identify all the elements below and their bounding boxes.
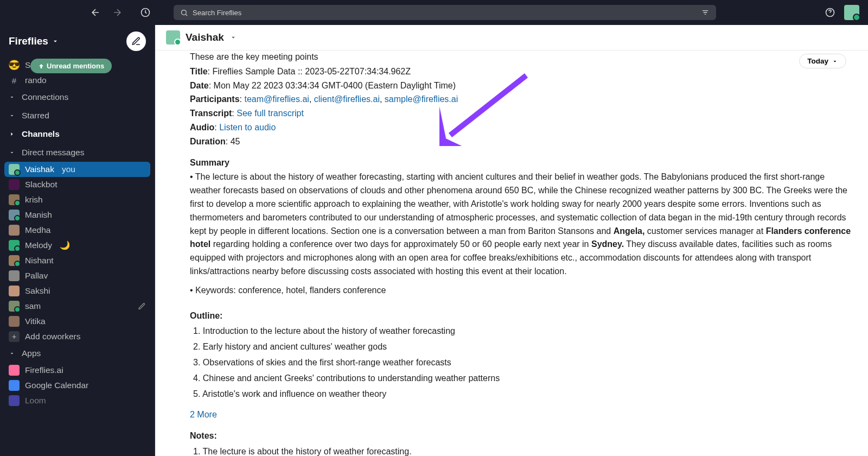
add-coworkers-label: Add coworkers (25, 332, 81, 341)
sidebar-item-label: rando (25, 75, 47, 85)
workspace-name[interactable]: Fireflies (9, 35, 48, 47)
chevron-down-icon (832, 58, 838, 65)
duration-value: : 45 (226, 137, 240, 146)
outline-item: Introduction to the lecture about the hi… (203, 326, 455, 335)
dm-vaishak[interactable]: Vaishak you (4, 162, 150, 177)
participant-link[interactable]: sample@fireflies.ai (385, 94, 458, 104)
sidebar-item-label: S (25, 60, 30, 70)
dm-manish[interactable]: Manish (0, 207, 155, 223)
unread-mentions-banner[interactable]: Unread mentions (30, 59, 112, 73)
unread-label: Unread mentions (47, 62, 104, 70)
caret-down-icon (9, 94, 16, 100)
channel-name: Vaishak (186, 31, 224, 43)
dm-name: Sakshi (25, 286, 50, 296)
avatar (9, 240, 20, 251)
dm-you-label: you (62, 164, 75, 174)
app-icon (9, 395, 20, 406)
avatar (9, 316, 20, 327)
section-apps[interactable]: Apps (0, 344, 155, 363)
app-loom[interactable]: Loom (0, 393, 155, 408)
channel-header[interactable]: Vaishak (155, 25, 868, 50)
sidebar-channel-rando[interactable]: # rando (0, 73, 155, 88)
caret-down-icon (9, 112, 16, 119)
avatar (9, 255, 20, 266)
dm-name: Vitika (25, 316, 46, 326)
date-divider-button[interactable]: Today (799, 54, 846, 68)
participants-label: Participants (190, 94, 240, 104)
chevron-down-icon (52, 37, 59, 45)
history-back-button[interactable] (90, 7, 101, 18)
dm-name: krish (25, 195, 43, 205)
section-label: Starred (22, 111, 49, 121)
moon-icon: 🌙 (60, 240, 70, 250)
dm-pallav[interactable]: Pallav (0, 268, 155, 283)
notes-heading: Notes: (190, 429, 857, 443)
message-scroll[interactable]: Today These are the key meeting points T… (155, 50, 868, 456)
app-fireflies[interactable]: Fireflies.ai (0, 363, 155, 378)
avatar (9, 286, 20, 296)
dm-name: Medha (25, 225, 50, 235)
main-content: Vaishak Today These are the key meeting … (155, 25, 868, 456)
caret-down-icon (9, 149, 16, 156)
dm-name: sam (25, 301, 41, 311)
more-link[interactable]: 2 More (190, 408, 217, 422)
section-channels[interactable]: Channels (0, 125, 155, 143)
dm-krish[interactable]: krish (0, 192, 155, 207)
section-starred[interactable]: Starred (0, 106, 155, 125)
dm-name: Pallav (25, 271, 48, 281)
participant-link[interactable]: team@fireflies.ai (244, 94, 309, 104)
dm-melody[interactable]: Melody🌙 (0, 238, 155, 253)
dm-name: Melody (25, 240, 52, 250)
audio-link[interactable]: Listen to audio (219, 123, 276, 132)
transcript-link[interactable]: See full transcript (237, 109, 304, 118)
dm-name: Slackbot (25, 180, 57, 189)
help-icon[interactable] (825, 7, 835, 18)
outline-item: Aristotle's work and influence on weathe… (202, 389, 386, 398)
svg-point-1 (182, 10, 187, 15)
chevron-down-icon (229, 34, 237, 41)
outline-item: Observations of skies and the first shor… (203, 358, 451, 367)
app-name: Fireflies.ai (25, 365, 63, 375)
dm-sam[interactable]: sam (0, 299, 155, 314)
edit-icon[interactable] (138, 302, 146, 311)
title-label: Title (190, 67, 208, 76)
topbar: Search Fireflies (0, 0, 868, 25)
add-coworkers-button[interactable]: + Add coworkers (0, 329, 155, 344)
app-name: Loom (25, 396, 46, 406)
avatar (9, 210, 20, 220)
section-label: Channels (22, 129, 60, 139)
section-label: Apps (22, 349, 41, 358)
avatar (9, 301, 20, 312)
channel-avatar (166, 30, 180, 45)
avatar (9, 179, 20, 190)
duration-label: Duration (190, 137, 226, 146)
dm-sakshi[interactable]: Sakshi (0, 283, 155, 299)
intro-text: These are the key meeting points (190, 50, 857, 64)
user-avatar[interactable] (844, 5, 859, 20)
participant-link[interactable]: client@fireflies.ai (314, 94, 380, 104)
search-input[interactable]: Search Fireflies (174, 5, 716, 20)
outline-item: Chinese and ancient Greeks' contribution… (203, 373, 500, 383)
date-label: Date (190, 81, 209, 90)
audio-label: Audio (190, 123, 214, 132)
compose-button[interactable] (126, 31, 146, 51)
avatar (9, 225, 20, 236)
date-divider-label: Today (807, 57, 828, 65)
dm-slackbot[interactable]: Slackbot (0, 177, 155, 192)
note-item: The lecture is about the history of weat… (203, 447, 412, 456)
filter-icon[interactable] (701, 8, 710, 17)
section-label: Direct messages (22, 148, 84, 157)
dm-name: Manish (25, 210, 52, 220)
dm-nishant[interactable]: Nishant (0, 253, 155, 268)
dm-medha[interactable]: Medha (0, 223, 155, 238)
plus-icon: + (9, 331, 20, 342)
history-icon[interactable] (140, 7, 151, 18)
app-gcal[interactable]: Google Calendar (0, 378, 155, 393)
section-dms[interactable]: Direct messages (0, 143, 155, 162)
avatar (9, 194, 20, 205)
outline-item: Early history and ancient cultures' weat… (203, 342, 387, 351)
dm-name: Nishant (25, 256, 54, 265)
history-forward-button[interactable] (112, 7, 123, 18)
dm-vitika[interactable]: Vitika (0, 314, 155, 329)
section-connections[interactable]: Connections (0, 88, 155, 106)
